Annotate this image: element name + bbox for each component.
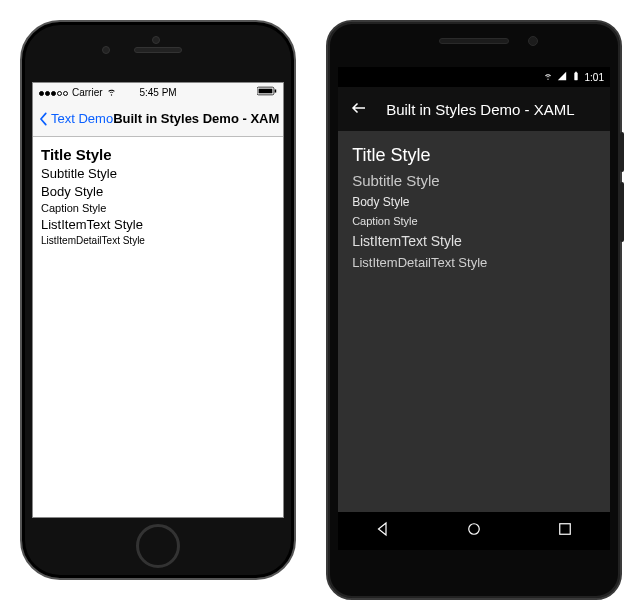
wifi-icon bbox=[543, 71, 553, 83]
iphone-proximity-sensor bbox=[152, 36, 160, 44]
label-caption-style: Caption Style bbox=[41, 202, 275, 214]
label-body-style: Body Style bbox=[41, 184, 275, 199]
status-time: 1:01 bbox=[585, 72, 604, 83]
label-listitemdetailtext-style: ListItemDetailText Style bbox=[41, 235, 275, 246]
android-navigation-bar bbox=[338, 512, 610, 550]
page-title: Built in Styles Demo - XAML bbox=[386, 101, 574, 118]
android-app-bar: Built in Styles Demo - XAML bbox=[338, 87, 610, 131]
label-title-style: Title Style bbox=[352, 145, 596, 166]
svg-rect-4 bbox=[559, 524, 570, 535]
iphone-speaker bbox=[134, 47, 182, 53]
circle-home-icon bbox=[465, 520, 483, 538]
label-listitemtext-style: ListItemText Style bbox=[41, 217, 275, 232]
battery-icon bbox=[257, 86, 277, 98]
android-speaker bbox=[439, 38, 509, 44]
label-body-style: Body Style bbox=[352, 195, 596, 209]
volume-button bbox=[620, 182, 624, 242]
android-device-frame: 1:01 Built in Styles Demo - XAML Title S… bbox=[326, 20, 622, 600]
signal-strength-icon bbox=[39, 87, 69, 98]
label-listitemdetailtext-style: ListItemDetailText Style bbox=[352, 255, 596, 270]
ios-screen: Carrier 5:45 PM Text Demo Built in Style… bbox=[32, 82, 284, 518]
back-label: Text Demo bbox=[51, 111, 113, 126]
label-subtitle-style: Subtitle Style bbox=[352, 172, 596, 189]
page-title: Built in Styles Demo - XAML bbox=[113, 111, 279, 126]
ios-status-bar: Carrier 5:45 PM bbox=[33, 83, 283, 101]
chevron-left-icon bbox=[37, 112, 49, 126]
home-button[interactable] bbox=[136, 524, 180, 568]
android-content: Title Style Subtitle Style Body Style Ca… bbox=[338, 131, 610, 286]
power-button bbox=[620, 132, 624, 172]
carrier-label: Carrier bbox=[72, 87, 103, 98]
square-recent-icon bbox=[556, 520, 574, 538]
nav-back-button[interactable] bbox=[374, 520, 392, 542]
label-listitemtext-style: ListItemText Style bbox=[352, 233, 596, 249]
wifi-icon bbox=[106, 86, 117, 99]
battery-icon bbox=[571, 71, 581, 83]
signal-icon bbox=[557, 71, 567, 83]
svg-rect-2 bbox=[275, 89, 277, 92]
iphone-front-camera bbox=[102, 46, 110, 54]
ios-navigation-bar: Text Demo Built in Styles Demo - XAML bbox=[33, 101, 283, 137]
back-button[interactable]: Text Demo bbox=[37, 111, 113, 126]
triangle-back-icon bbox=[374, 520, 392, 538]
android-front-camera bbox=[528, 36, 538, 46]
nav-home-button[interactable] bbox=[465, 520, 483, 542]
arrow-left-icon bbox=[350, 99, 368, 117]
ios-content: Title Style Subtitle Style Body Style Ca… bbox=[33, 137, 283, 255]
android-screen: 1:01 Built in Styles Demo - XAML Title S… bbox=[338, 67, 610, 550]
back-button[interactable] bbox=[350, 99, 368, 120]
label-title-style: Title Style bbox=[41, 146, 275, 163]
iphone-device-frame: Carrier 5:45 PM Text Demo Built in Style… bbox=[20, 20, 296, 580]
nav-recent-button[interactable] bbox=[556, 520, 574, 542]
label-subtitle-style: Subtitle Style bbox=[41, 166, 275, 181]
label-caption-style: Caption Style bbox=[352, 215, 596, 227]
android-status-bar: 1:01 bbox=[338, 67, 610, 87]
svg-point-3 bbox=[469, 524, 480, 535]
svg-rect-1 bbox=[259, 89, 273, 94]
